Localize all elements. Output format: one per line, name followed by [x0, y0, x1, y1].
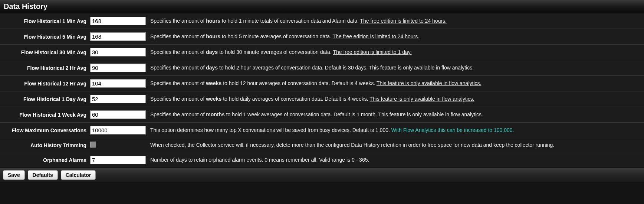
label-auto-trimming: Auto History Trimming: [3, 142, 86, 148]
desc-link[interactable]: This feature is only available in flow a…: [369, 65, 474, 71]
input-flow-1min[interactable]: [90, 17, 146, 25]
label-flow-1min: Flow Historical 1 Min Avg: [3, 18, 86, 24]
desc-text: to hold daily averages of conversation d…: [221, 96, 369, 102]
input-cell: [90, 142, 147, 149]
input-cell: [90, 17, 147, 25]
desc-text: Specifies the amount of: [150, 18, 206, 24]
desc-bold: months: [206, 111, 225, 117]
desc-bold: weeks: [206, 96, 221, 102]
input-flow-5min[interactable]: [90, 32, 146, 41]
section-header: Data History: [0, 0, 644, 13]
defaults-button[interactable]: Defaults: [28, 170, 58, 180]
desc-link[interactable]: This feature is only available in flow a…: [378, 111, 483, 117]
desc-flow-12hr: Specifies the amount of weeks to hold 12…: [150, 80, 481, 87]
desc-max-conversations: This option determines how many top X co…: [150, 127, 514, 133]
row-auto-trimming: Auto History Trimming When checked, the …: [0, 138, 644, 152]
desc-link[interactable]: The free edition is limited to 24 hours.: [333, 33, 419, 39]
desc-text: to hold 1 minute totals of conversation …: [220, 18, 360, 24]
desc-bold: weeks: [206, 80, 221, 86]
desc-flow-1day: Specifies the amount of weeks to hold da…: [150, 95, 474, 102]
desc-text: Specifies the amount of: [150, 96, 206, 102]
row-flow-1day: Flow Historical 1 Day AvgSpecifies the a…: [0, 91, 644, 107]
desc-flow-1week: Specifies the amount of months to hold 1…: [150, 111, 483, 118]
desc-link[interactable]: The free edition is limited to 1 day.: [333, 49, 411, 55]
desc-flow-2hr: Specifies the amount of days to hold 2 h…: [150, 64, 474, 71]
row-flow-1week: Flow Historical 1 Week AvgSpecifies the …: [0, 107, 644, 123]
desc-text: Specifies the amount of: [150, 65, 206, 71]
desc-text: Specifies the amount of: [150, 33, 206, 39]
desc-text: to hold 30 minute averages of conversati…: [218, 49, 333, 55]
row-flow-2hr: Flow Historical 2 Hr AvgSpecifies the am…: [0, 60, 644, 76]
checkbox-auto-trimming[interactable]: [90, 142, 96, 148]
desc-bold: hours: [206, 33, 220, 39]
input-cell: [90, 126, 147, 135]
desc-text: This option determines how many top X co…: [150, 127, 391, 133]
label-flow-1day: Flow Historical 1 Day Avg: [3, 96, 86, 102]
save-button[interactable]: Save: [3, 170, 25, 180]
desc-text: Specifies the amount of: [150, 80, 206, 86]
label-flow-30min: Flow Historical 30 Min Avg: [3, 49, 86, 55]
row-flow-5min: Flow Historical 5 Min AvgSpecifies the a…: [0, 29, 644, 45]
desc-auto-trimming: When checked, the Collector service will…: [150, 142, 554, 148]
input-max-conversations[interactable]: [90, 126, 146, 135]
desc-flow-5min: Specifies the amount of hours to hold 5 …: [150, 33, 419, 40]
label-flow-2hr: Flow Historical 2 Hr Avg: [3, 65, 86, 71]
input-orphaned-alarms[interactable]: [90, 156, 146, 164]
page-title: Data History: [4, 2, 640, 11]
desc-bold: days: [206, 49, 218, 55]
row-max-conversations: Flow Maximum Conversations This option d…: [0, 123, 644, 138]
desc-text: to hold 2 hour averages of conversation …: [218, 65, 369, 71]
desc-bold: days: [206, 65, 218, 71]
label-flow-12hr: Flow Historical 12 Hr Avg: [3, 81, 86, 87]
input-cell: [90, 79, 147, 88]
desc-text: to hold 12 hour averages of conversation…: [221, 80, 377, 86]
desc-bold: hours: [206, 18, 220, 24]
row-flow-1min: Flow Historical 1 Min AvgSpecifies the a…: [0, 13, 644, 29]
label-max-conversations: Flow Maximum Conversations: [3, 127, 86, 133]
desc-teal-link[interactable]: With Flow Analytics this can be increase…: [391, 127, 514, 133]
settings-rows: Flow Historical 1 Min AvgSpecifies the a…: [0, 13, 644, 168]
row-orphaned-alarms: Orphaned Alarms Number of days to retain…: [0, 152, 644, 168]
desc-text: Specifies the amount of: [150, 49, 206, 55]
label-flow-5min: Flow Historical 5 Min Avg: [3, 34, 86, 40]
desc-flow-30min: Specifies the amount of days to hold 30 …: [150, 49, 412, 55]
row-flow-30min: Flow Historical 30 Min AvgSpecifies the …: [0, 45, 644, 60]
calculator-button[interactable]: Calculator: [61, 170, 96, 180]
desc-text: Specifies the amount of: [150, 111, 206, 117]
row-flow-12hr: Flow Historical 12 Hr AvgSpecifies the a…: [0, 76, 644, 91]
footer-bar: Save Defaults Calculator: [0, 168, 644, 182]
input-cell: [90, 64, 147, 72]
input-flow-2hr[interactable]: [90, 64, 146, 72]
desc-orphaned-alarms: Number of days to retain orphaned alarm …: [150, 156, 369, 163]
desc-flow-1min: Specifies the amount of hours to hold 1 …: [150, 17, 447, 24]
desc-link[interactable]: This feature is only available in flow a…: [369, 96, 474, 102]
input-cell: [90, 95, 147, 103]
input-flow-1day[interactable]: [90, 95, 146, 103]
label-orphaned-alarms: Orphaned Alarms: [3, 157, 86, 163]
input-flow-12hr[interactable]: [90, 79, 146, 88]
label-flow-1week: Flow Historical 1 Week Avg: [3, 112, 86, 118]
input-cell: [90, 32, 147, 41]
input-flow-1week[interactable]: [90, 110, 146, 119]
desc-link[interactable]: This feature is only available in flow a…: [377, 80, 481, 86]
input-cell: [90, 110, 147, 119]
input-cell: [90, 156, 147, 164]
input-cell: [90, 48, 147, 56]
input-flow-30min[interactable]: [90, 48, 146, 56]
desc-link[interactable]: The free edition is limited to 24 hours.: [360, 18, 447, 24]
desc-text: to hold 1 week averages of conversation …: [225, 111, 378, 117]
desc-text: to hold 5 minute averages of conversatio…: [220, 33, 333, 39]
